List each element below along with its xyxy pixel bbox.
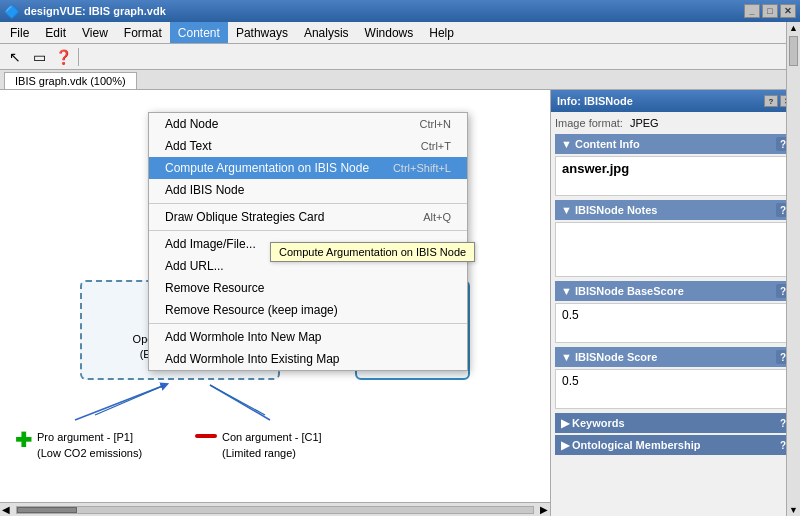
section-ibisnode-score-body: 0.5 xyxy=(555,369,796,409)
section-content-info-label: ▼ Content Info xyxy=(561,138,640,150)
con-argument-section: Con argument - [C1](Limited range) xyxy=(195,430,322,461)
menu-item-add-node[interactable]: Add Node Ctrl+N xyxy=(149,113,467,135)
cursor-tool[interactable]: ↖ xyxy=(4,47,26,67)
section-ibisnode-notes-label: ▼ IBISNode Notes xyxy=(561,204,657,216)
image-format-value: JPEG xyxy=(626,115,663,131)
svg-line-0 xyxy=(75,385,165,420)
menu-item-remove-resource-keep[interactable]: Remove Resource (keep image) xyxy=(149,299,467,321)
section-ibisnode-basescore-body: 0.5 xyxy=(555,303,796,343)
con-icon xyxy=(195,430,217,438)
pro-argument-section: ✚ Pro argument - [P1](Low CO2 emissions) xyxy=(15,430,142,461)
panel-title-bar: Info: IBISNode ? ✕ xyxy=(551,90,800,112)
chevron-down-icon: ▼ xyxy=(561,138,575,150)
dropdown-sep-2 xyxy=(149,230,467,231)
canvas-wrapper: 💡 Open answer - [A1](Electric vehicle) 💡… xyxy=(0,90,550,516)
svg-line-3 xyxy=(210,385,265,415)
menu-edit[interactable]: Edit xyxy=(37,22,74,43)
app-title: designVUE: IBIS graph.vdk xyxy=(24,5,166,17)
panel-minimize-btn[interactable]: ? xyxy=(764,95,778,107)
svg-line-2 xyxy=(95,385,165,415)
close-button[interactable]: ✕ xyxy=(780,4,796,18)
section-keywords[interactable]: ▶ Keywords ? xyxy=(555,413,796,433)
scroll-left[interactable]: ◀ xyxy=(0,504,12,515)
menu-item-remove-resource[interactable]: Remove Resource xyxy=(149,277,467,299)
panel-scroll-up[interactable]: ▲ xyxy=(787,22,800,34)
section-ibisnode-basescore[interactable]: ▼ IBISNode BaseScore ? xyxy=(555,281,796,301)
section-ibisnode-score-label: ▼ IBISNode Score xyxy=(561,351,657,363)
menu-bar: File Edit View Format Content Pathways A… xyxy=(0,22,800,44)
scrollbar-thumb[interactable] xyxy=(17,507,77,513)
section-content-info-body: answer.jpg xyxy=(555,156,796,196)
menu-analysis[interactable]: Analysis xyxy=(296,22,357,43)
image-format-field: Image format: JPEG xyxy=(555,116,796,130)
tab-main[interactable]: IBIS graph.vdk (100%) xyxy=(4,72,137,89)
tab-bar: IBIS graph.vdk (100%) xyxy=(0,70,800,90)
svg-line-1 xyxy=(210,385,270,420)
panel-body: Image format: JPEG ▼ Content Info ? answ… xyxy=(551,112,800,516)
section-keywords-label: ▶ Keywords xyxy=(561,417,625,430)
canvas-area[interactable]: 💡 Open answer - [A1](Electric vehicle) 💡… xyxy=(0,90,550,516)
rectangle-tool[interactable]: ▭ xyxy=(28,47,50,67)
chevron-down-icon-4: ▼ xyxy=(561,351,575,363)
panel-scroll-thumb[interactable] xyxy=(789,36,798,66)
title-bar: 🔷 designVUE: IBIS graph.vdk _ □ ✕ xyxy=(0,0,800,22)
panel-vertical-scrollbar[interactable]: ▲ ▼ xyxy=(786,22,800,516)
dropdown-sep-1 xyxy=(149,203,467,204)
content-info-value: answer.jpg xyxy=(562,161,789,176)
section-ontological[interactable]: ▶ Ontological Membership ? xyxy=(555,435,796,455)
pro-icon: ✚ xyxy=(15,430,32,450)
section-ibisnode-basescore-label: ▼ IBISNode BaseScore xyxy=(561,285,684,297)
menu-item-add-text[interactable]: Add Text Ctrl+T xyxy=(149,135,467,157)
chevron-right-icon-2: ▶ xyxy=(561,439,572,451)
menu-item-add-wormhole-existing[interactable]: Add Wormhole Into Existing Map xyxy=(149,348,467,370)
pro-label: Pro argument - [P1](Low CO2 emissions) xyxy=(37,430,142,461)
ibisnode-basescore-value: 0.5 xyxy=(562,308,789,322)
menu-help[interactable]: Help xyxy=(421,22,462,43)
section-ibisnode-notes-body xyxy=(555,222,796,277)
chevron-right-icon: ▶ xyxy=(561,417,572,429)
toolbar-separator xyxy=(78,48,79,66)
maximize-button[interactable]: □ xyxy=(762,4,778,18)
section-ibisnode-score[interactable]: ▼ IBISNode Score ? xyxy=(555,347,796,367)
section-ibisnode-notes[interactable]: ▼ IBISNode Notes ? xyxy=(555,200,796,220)
menu-pathways[interactable]: Pathways xyxy=(228,22,296,43)
ibisnode-score-value: 0.5 xyxy=(562,374,789,388)
help-tool[interactable]: ❓ xyxy=(52,47,74,67)
scrollbar-track[interactable] xyxy=(16,506,534,514)
menu-windows[interactable]: Windows xyxy=(357,22,422,43)
tooltip-compute-arg: Compute Argumentation on IBIS Node xyxy=(270,242,475,262)
section-content-info[interactable]: ▼ Content Info ? xyxy=(555,134,796,154)
menu-item-add-ibis[interactable]: Add IBIS Node xyxy=(149,179,467,201)
app-icon: 🔷 xyxy=(4,4,20,19)
title-bar-left: 🔷 designVUE: IBIS graph.vdk xyxy=(4,4,166,19)
right-panel: Info: IBISNode ? ✕ Image format: JPEG ▼ … xyxy=(550,90,800,516)
dropdown-sep-3 xyxy=(149,323,467,324)
minimize-button[interactable]: _ xyxy=(744,4,760,18)
menu-item-draw-oblique[interactable]: Draw Oblique Strategies Card Alt+Q xyxy=(149,206,467,228)
image-format-label: Image format: xyxy=(555,117,626,129)
scroll-right[interactable]: ▶ xyxy=(538,504,550,515)
chevron-down-icon-2: ▼ xyxy=(561,204,575,216)
menu-file[interactable]: File xyxy=(2,22,37,43)
menu-item-add-wormhole-new[interactable]: Add Wormhole Into New Map xyxy=(149,326,467,348)
chevron-down-icon-3: ▼ xyxy=(561,285,575,297)
menu-view[interactable]: View xyxy=(74,22,116,43)
menu-content[interactable]: Content xyxy=(170,22,228,43)
title-bar-controls: _ □ ✕ xyxy=(744,4,796,18)
panel-title: Info: IBISNode xyxy=(557,95,633,107)
con-label: Con argument - [C1](Limited range) xyxy=(222,430,322,461)
panel-scroll-down[interactable]: ▼ xyxy=(787,504,800,516)
horizontal-scrollbar[interactable]: ◀ ▶ xyxy=(0,502,550,516)
menu-format[interactable]: Format xyxy=(116,22,170,43)
toolbar: ↖ ▭ ❓ xyxy=(0,44,800,70)
main-layout: 💡 Open answer - [A1](Electric vehicle) 💡… xyxy=(0,90,800,516)
section-ontological-label: ▶ Ontological Membership xyxy=(561,439,700,452)
menu-item-compute-arg[interactable]: Compute Argumentation on IBIS Node Ctrl+… xyxy=(149,157,467,179)
